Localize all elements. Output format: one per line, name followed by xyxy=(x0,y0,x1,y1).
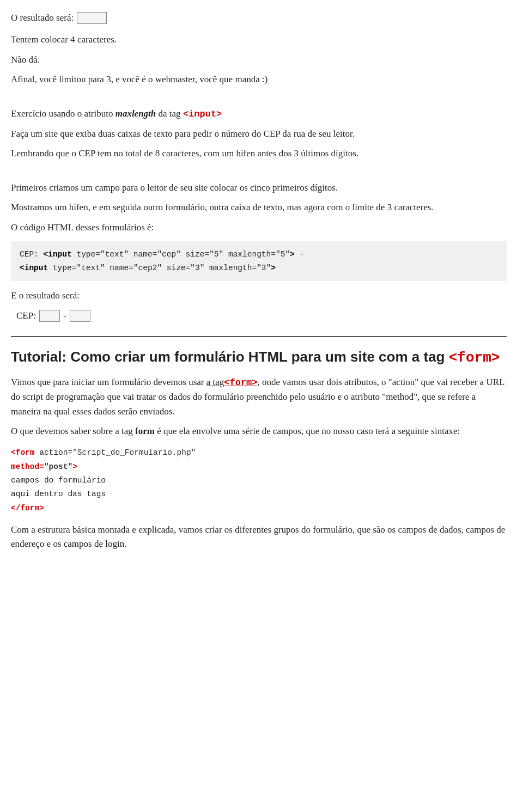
cep-label: CEP: xyxy=(16,309,36,323)
tutorial-heading: Tutorial: Como criar um formulário HTML … xyxy=(11,348,507,368)
top-result-line: O resultado será: xyxy=(11,11,507,25)
tutorial-heading-tag: <form> xyxy=(449,350,500,366)
result-label-top: O resultado será: xyxy=(11,11,74,25)
cep-input1[interactable] xyxy=(39,310,60,322)
form-info-text: O que devemos saber sobre a tag xyxy=(11,426,135,436)
sentence3: Afinal, você limitou para 3, e você é o … xyxy=(11,72,507,87)
exercise-desc3: Primeiros criamos um campo para o leitor… xyxy=(11,181,507,195)
cep-code-block: CEP: <input type="text" name="cep" size=… xyxy=(11,241,507,281)
form-code-block: <form action="Script_do_Formulario.php" … xyxy=(11,446,507,515)
form-info: O que devemos saber sobre a tag form é q… xyxy=(11,424,507,438)
exercise-desc5: O código HTML desses formulários é: xyxy=(11,221,507,235)
closing-text: Com a estrutura básica montada e explica… xyxy=(11,523,507,552)
form-info-bold: form xyxy=(135,426,155,436)
demo-input-top[interactable] xyxy=(77,12,107,24)
tutorial-heading-text: Tutorial: Como criar um formulário HTML … xyxy=(11,349,449,365)
result-label2: E o resultado será: xyxy=(11,289,507,303)
intro-part1: Vimos que para iniciar um formulário dev… xyxy=(11,377,206,387)
intro-link[interactable]: a tag xyxy=(206,377,224,387)
cep-input2[interactable] xyxy=(70,310,90,322)
intro-tag[interactable]: <form> xyxy=(224,377,257,388)
section-divider xyxy=(11,336,507,337)
form-info-end: é que ela envolve uma série de campos, q… xyxy=(155,426,460,436)
sentence2: Não dá. xyxy=(11,53,507,67)
tutorial-section: Tutorial: Como criar um formulário HTML … xyxy=(11,348,507,552)
exercise-desc4: Mostramos um hífen, e em seguida outro f… xyxy=(11,200,507,215)
exercise-heading-end: da tag xyxy=(156,108,183,119)
cep-dash: - xyxy=(63,309,66,323)
exercise-heading-bold: maxlength xyxy=(115,108,156,119)
exercise-desc1: Faça um site que exiba duas caixas de te… xyxy=(11,127,507,141)
exercise-heading: Exercício usando o atributo maxlength da… xyxy=(11,107,507,121)
exercise-heading-normal: Exercício usando o atributo xyxy=(11,108,115,119)
tutorial-intro: Vimos que para iniciar um formulário dev… xyxy=(11,375,507,419)
cep-demo-result: CEP: - xyxy=(16,309,507,323)
sentence1: Tentem colocar 4 caracteres. xyxy=(11,33,507,47)
exercise-desc2: Lembrando que o CEP tem no total de 8 ca… xyxy=(11,146,507,161)
exercise-heading-tag: <input> xyxy=(183,109,222,119)
